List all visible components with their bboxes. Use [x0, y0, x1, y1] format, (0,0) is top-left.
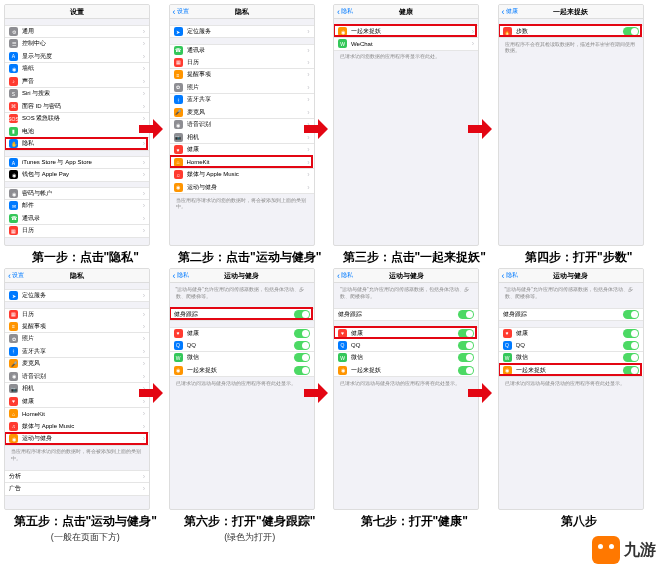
toggle-switch[interactable]	[623, 329, 639, 338]
phone-screenshot-4: 健康一起来捉妖🔥步数应用程序不会在其检读取数据时，描述并非密密在期间使用数据。	[498, 4, 644, 246]
settings-row[interactable]: ✿照片›	[5, 333, 149, 346]
row-label: HomeKit	[22, 411, 143, 417]
toggle-switch[interactable]	[623, 310, 639, 319]
settings-row[interactable]: W微信	[499, 352, 643, 365]
toggle-switch[interactable]	[458, 341, 474, 350]
settings-row[interactable]: ✿照片›	[170, 81, 314, 94]
settings-row[interactable]: ♥健康	[334, 327, 478, 340]
settings-row[interactable]: ☰控制中心›	[5, 38, 149, 51]
settings-row[interactable]: QQQ	[170, 339, 314, 352]
desc-text: 已请求访问远动与健身活动的应用程序将在此处显示。	[334, 377, 478, 390]
toggle-switch[interactable]	[458, 366, 474, 375]
phone-screenshot-5: 设置隐私➤定位服务›▦日历›≡提醒事项›✿照片›ᚼ蓝牙共享›🎤麦克风›◉语音识别…	[4, 268, 150, 510]
settings-row[interactable]: ▦日历›	[5, 308, 149, 321]
settings-row[interactable]: ◉运动与健身›	[170, 181, 314, 194]
settings-row[interactable]: ◉一起来捉妖	[499, 364, 643, 377]
settings-row[interactable]: A显示与亮度›	[5, 50, 149, 63]
back-button[interactable]: 设置	[173, 7, 189, 16]
row-icon: ☰	[9, 39, 18, 48]
settings-row[interactable]: ✉邮件›	[5, 200, 149, 213]
settings-row[interactable]: ⌂HomeKit›	[170, 156, 314, 169]
toggle-switch[interactable]	[623, 353, 639, 362]
settings-row[interactable]: ♥健康›	[170, 144, 314, 157]
back-button[interactable]: 设置	[8, 271, 24, 280]
toggle-switch[interactable]	[623, 341, 639, 350]
toggle-switch[interactable]	[294, 366, 310, 375]
settings-row[interactable]: ☎通讯录›	[170, 44, 314, 57]
chevron-icon: ›	[307, 71, 309, 78]
settings-row[interactable]: ≡提醒事项›	[5, 320, 149, 333]
row-icon: ♥	[174, 145, 183, 154]
toggle-switch[interactable]	[294, 329, 310, 338]
settings-row[interactable]: ◉钱包与 Apple Pay›	[5, 169, 149, 182]
settings-row[interactable]: ▮电池›	[5, 125, 149, 138]
settings-row[interactable]: ⌂HomeKit›	[5, 408, 149, 421]
settings-row[interactable]: ☎通讯录›	[5, 212, 149, 225]
settings-row[interactable]: ♥健康	[499, 327, 643, 340]
settings-row[interactable]: W微信	[170, 352, 314, 365]
row-icon: ≡	[174, 70, 183, 79]
toggle-switch[interactable]	[294, 353, 310, 362]
nav-title: 隐私	[70, 271, 84, 281]
settings-row[interactable]: ◉一起来捉妖	[334, 364, 478, 377]
toggle-switch[interactable]	[294, 341, 310, 350]
settings-row[interactable]: ⚙通用›	[5, 25, 149, 38]
back-button[interactable]: 隐私	[337, 271, 353, 280]
settings-row[interactable]: ♪声音›	[5, 75, 149, 88]
settings-row[interactable]: 📷相机›	[5, 383, 149, 396]
settings-row[interactable]: SSiri 与搜索›	[5, 88, 149, 101]
toggle-switch[interactable]	[623, 27, 639, 36]
settings-row[interactable]: ♫媒体与 Apple Music›	[170, 169, 314, 182]
settings-row[interactable]: ◉语音识别›	[5, 370, 149, 383]
row-label: 提醒事项	[22, 322, 143, 331]
toggle-switch[interactable]	[458, 329, 474, 338]
settings-row[interactable]: ᚼ蓝牙共享›	[170, 94, 314, 107]
back-button[interactable]: 隐私	[502, 271, 518, 280]
settings-row[interactable]: WWeChat›	[334, 38, 478, 51]
settings-row[interactable]: ◉一起来捉妖›	[334, 25, 478, 38]
back-button[interactable]: 隐私	[337, 7, 353, 16]
row-icon: ᚼ	[174, 95, 183, 104]
settings-row[interactable]: ▦日历›	[170, 56, 314, 69]
settings-row[interactable]: QQQ	[334, 339, 478, 352]
settings-row[interactable]: ◉墙纸›	[5, 63, 149, 76]
nav-title: 运动与健身	[553, 271, 588, 281]
toggle-switch[interactable]	[458, 353, 474, 362]
settings-row[interactable]: W微信	[334, 352, 478, 365]
settings-row[interactable]: 📷相机›	[170, 131, 314, 144]
arrow-icon	[468, 383, 492, 403]
settings-row[interactable]: 🎤麦克风›	[5, 358, 149, 371]
settings-row[interactable]: 广告›	[5, 483, 149, 496]
chevron-icon: ›	[472, 40, 474, 47]
settings-row[interactable]: QQQ	[499, 339, 643, 352]
settings-row[interactable]: ᚼ蓝牙共享›	[5, 345, 149, 358]
settings-row[interactable]: ➤定位服务›	[170, 25, 314, 38]
back-button[interactable]: 隐私	[173, 271, 189, 280]
settings-row[interactable]: ◉密码与帐户›	[5, 187, 149, 200]
settings-row[interactable]: ◉一起来捉妖	[170, 364, 314, 377]
toggle-switch[interactable]	[458, 310, 474, 319]
settings-row[interactable]: 🎤麦克风›	[170, 106, 314, 119]
desc-text: 当应用程序请求访问您的数据时，将会被添加到上面的类别中。	[5, 445, 149, 464]
settings-row[interactable]: 🔥步数	[499, 25, 643, 38]
settings-row[interactable]: ⌘面容 ID 与密码›	[5, 100, 149, 113]
back-button[interactable]: 健康	[502, 7, 518, 16]
phone-screenshot-7: 隐私运动与健身"运动与健身"允许应用访问传感器数据，包括身体活动、步数、爬楼梯等…	[333, 268, 479, 510]
settings-row[interactable]: ♥健康	[170, 327, 314, 340]
settings-row[interactable]: ➤定位服务›	[5, 289, 149, 302]
settings-row[interactable]: ✋隐私›	[5, 138, 149, 151]
settings-row[interactable]: AiTunes Store 与 App Store›	[5, 156, 149, 169]
settings-row[interactable]: 健身跟踪	[499, 308, 643, 321]
settings-row[interactable]: ♫媒体与 Apple Music›	[5, 420, 149, 433]
settings-row[interactable]: ≡提醒事项›	[170, 69, 314, 82]
settings-row[interactable]: ◉语音识别›	[170, 119, 314, 132]
settings-row[interactable]: ◉运动与健身›	[5, 433, 149, 446]
settings-row[interactable]: 健身跟踪	[334, 308, 478, 321]
settings-row[interactable]: ▦日历›	[5, 225, 149, 238]
settings-row[interactable]: ♥健康›	[5, 395, 149, 408]
settings-row[interactable]: 健身跟踪	[170, 308, 314, 321]
toggle-switch[interactable]	[623, 366, 639, 375]
settings-row[interactable]: SOSSOS 紧急联络›	[5, 113, 149, 126]
settings-row[interactable]: 分析›	[5, 470, 149, 483]
toggle-switch[interactable]	[294, 310, 310, 319]
